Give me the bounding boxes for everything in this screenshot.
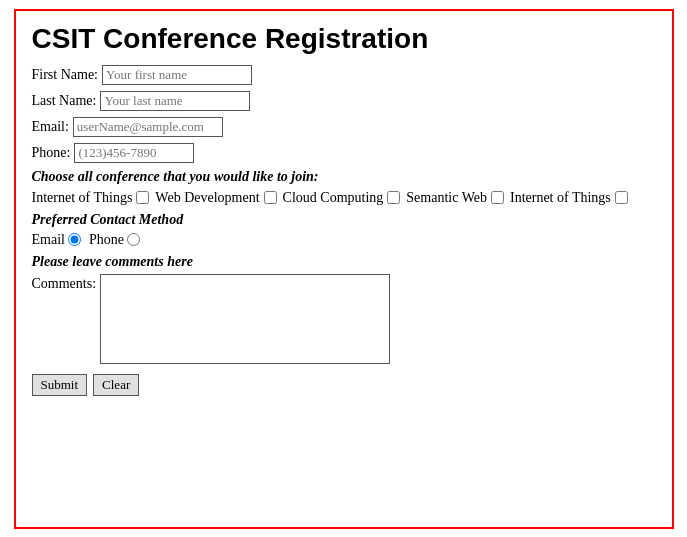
checkbox-label-iot2: Internet of Things — [510, 190, 611, 206]
email-input[interactable] — [73, 117, 223, 137]
last-name-row: Last Name: — [32, 91, 656, 111]
radio-phone-label: Phone — [89, 232, 124, 248]
conference-section-label: Choose all conference that you would lik… — [32, 169, 656, 185]
submit-button[interactable]: Submit — [32, 374, 88, 396]
form-container: CSIT Conference Registration First Name:… — [14, 9, 674, 529]
last-name-label: Last Name: — [32, 93, 97, 109]
checkbox-cloud[interactable] — [387, 191, 400, 204]
checkbox-webdev[interactable] — [264, 191, 277, 204]
checkbox-item-semantic: Semantic Web — [406, 190, 506, 206]
preferred-contact-label: Preferred Contact Method — [32, 212, 656, 228]
last-name-input[interactable] — [100, 91, 250, 111]
checkbox-iot2[interactable] — [615, 191, 628, 204]
radio-phone[interactable] — [127, 233, 140, 246]
checkbox-label-semantic: Semantic Web — [406, 190, 487, 206]
email-label: Email: — [32, 119, 69, 135]
comments-textarea[interactable] — [100, 274, 390, 364]
radio-email-label: Email — [32, 232, 65, 248]
checkbox-semantic[interactable] — [491, 191, 504, 204]
checkbox-item-iot2: Internet of Things — [510, 190, 630, 206]
comments-label: Comments: — [32, 274, 97, 292]
email-row: Email: — [32, 117, 656, 137]
comments-row: Comments: — [32, 274, 656, 364]
checkbox-iot1[interactable] — [136, 191, 149, 204]
radio-row: Email Phone — [32, 232, 656, 248]
checkbox-label-webdev: Web Development — [155, 190, 259, 206]
radio-item-email: Email — [32, 232, 81, 248]
phone-input[interactable] — [74, 143, 194, 163]
checkboxes-row: Internet of Things Web Development Cloud… — [32, 190, 656, 206]
checkbox-label-iot1: Internet of Things — [32, 190, 133, 206]
first-name-row: First Name: — [32, 65, 656, 85]
first-name-input[interactable] — [102, 65, 252, 85]
page-title: CSIT Conference Registration — [32, 23, 656, 55]
checkbox-item-cloud: Cloud Computing — [283, 190, 403, 206]
checkbox-label-cloud: Cloud Computing — [283, 190, 384, 206]
clear-button[interactable]: Clear — [93, 374, 139, 396]
first-name-label: First Name: — [32, 67, 99, 83]
checkbox-item-iot1: Internet of Things — [32, 190, 152, 206]
checkbox-item-webdev: Web Development — [155, 190, 278, 206]
phone-row: Phone: — [32, 143, 656, 163]
buttons-row: Submit Clear — [32, 374, 656, 396]
comments-section-label: Please leave comments here — [32, 254, 656, 270]
radio-item-phone: Phone — [89, 232, 140, 248]
phone-label: Phone: — [32, 145, 71, 161]
radio-email[interactable] — [68, 233, 81, 246]
